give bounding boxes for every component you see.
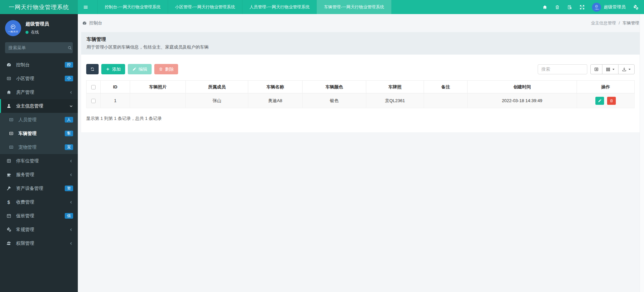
menu-search-input[interactable] [8,45,67,50]
col-remark: 备注 [424,81,468,93]
tab-console[interactable]: 控制台-一网天行物业管理系统 [97,0,168,14]
fullscreen-icon[interactable] [580,5,585,10]
menu-badge: 车 [65,131,73,136]
chevron-left-icon [69,159,73,163]
app-window: 一网天行物业管理系统 控制台-一网天行物业管理系统 小区管理-一网天行物业管理系… [0,0,644,292]
user-menu[interactable]: 一网天行 超级管理员 [592,3,626,12]
log-search-icon[interactable] [567,5,572,10]
sidebar-item-personnel[interactable]: 人员管理 人 [0,113,78,127]
building-icon [5,158,12,163]
search-icon[interactable] [67,46,72,50]
vehicles-table: ID 车辆照片 所属成员 车辆名称 车辆颜色 车牌照 备注 创建时间 操作 [86,80,635,108]
cup-icon [5,172,12,177]
table-row[interactable]: 1 张山 奥迪A8 银色 京QL2361 2022-03-18 14:39:49 [87,93,635,108]
sidebar-item-assets[interactable]: 资产设备管理 资 [0,181,78,195]
open-page-tabs: 控制台-一网天行物业管理系统 小区管理-一网天行物业管理系统 人员管理-一网天行… [97,0,391,14]
refresh-icon [90,67,95,71]
app-title: 一网天行物业管理系统 [0,0,78,14]
cell-member: 张山 [186,93,248,108]
main-content: 控制台 业主信息管理 / 车辆管理 车辆管理 用于管理小区里的车辆信息，包括业主… [78,14,644,292]
chevron-down-icon [69,104,73,108]
page-subtitle: 用于管理小区里的车辆信息，包括业主、家庭成员及租户的车辆 [87,44,634,50]
export-icon [622,67,627,72]
sidebar-item-duty[interactable]: 值班管理 值 [0,209,78,223]
menu-badge: 控 [65,62,73,68]
tab-personnel[interactable]: 人员管理-一网天行物业管理系统 [242,0,317,14]
breadcrumb-trail: 业主信息管理 / 车辆管理 [591,20,639,26]
columns-button[interactable] [602,64,619,74]
table-icon [5,76,12,81]
tab-community[interactable]: 小区管理-一网天行物业管理系统 [168,0,242,14]
menu-badge: 人 [65,117,73,123]
sidebar-item-fees[interactable]: $ 收费管理 [0,195,78,209]
row-delete-button[interactable] [607,97,616,105]
sidebar-item-console[interactable]: 控制台 控 [0,58,78,72]
export-button[interactable] [618,64,635,74]
col-actions: 操作 [577,81,635,93]
cell-vehicle-name: 奥迪A8 [248,93,303,108]
menu-badge: 资 [65,186,73,191]
user-name: 超级管理员 [604,4,626,10]
scrollbar-track[interactable] [640,14,644,292]
sidebar-item-property[interactable]: 房产管理 [0,85,78,99]
caret-down-icon [612,68,615,71]
trash-icon [609,99,613,103]
online-dot-icon [25,31,29,34]
tab-vehicle-active[interactable]: 车辆管理-一网天行物业管理系统 [317,0,391,14]
sidebar-toggle-button[interactable] [78,0,93,14]
col-member: 所属成员 [186,81,248,93]
sidebar-item-pet[interactable]: 宠物管理 宠 [0,140,78,154]
panel-header: 车辆管理 用于管理小区里的车辆信息，包括业主、家庭成员及租户的车辆 [81,32,640,55]
row-checkbox[interactable] [91,99,96,103]
menu-badge: 宠 [65,144,73,150]
sidebar-item-permissions[interactable]: 权限管理 [0,236,78,250]
breadcrumb-parent[interactable]: 业主信息管理 [591,20,616,26]
home-icon [5,90,12,95]
delete-button[interactable]: 删除 [154,64,178,74]
sidebar-item-parking[interactable]: 停车位管理 [0,154,78,168]
chevron-left-icon [69,228,73,232]
row-edit-button[interactable] [595,97,604,105]
sidebar-item-vehicle[interactable]: 车辆管理 车 [0,127,78,140]
cell-photo [130,93,186,108]
sidebar-item-community[interactable]: 小区管理 小 [0,72,78,85]
table-search-input[interactable] [538,64,587,74]
add-button[interactable]: 添加 [101,64,125,74]
settings-icon[interactable] [633,4,639,10]
panel-body: 添加 编辑 删除 [81,55,640,132]
users-icon [5,241,12,246]
edit-button[interactable]: 编辑 [128,64,152,74]
pencil-icon [132,67,137,71]
select-all-checkbox[interactable] [91,85,96,89]
top-navbar: 一网天行物业管理系统 控制台-一网天行物业管理系统 小区管理-一网天行物业管理系… [0,0,644,14]
chevron-left-icon [69,200,73,204]
sidebar-user-name: 超级管理员 [25,21,49,27]
sidebar-item-service[interactable]: 服务管理 [0,168,78,181]
sidebar-item-owner-info[interactable]: 业主信息管理 [0,99,78,113]
speedometer-icon [82,21,87,25]
trash-icon [159,67,163,71]
home-icon[interactable] [542,5,547,10]
calendar-icon [5,213,12,218]
sidebar-menu: 控制台 控 小区管理 小 房产管理 业主信息管理 人员管理 [0,58,78,250]
speedometer-icon [5,62,12,67]
hamburger-icon [83,5,88,10]
col-created: 创建时间 [468,81,577,93]
topbar-actions: 一网天行 超级管理员 [542,0,644,14]
refresh-button[interactable] [86,64,99,74]
trash-icon[interactable] [555,5,560,10]
owner-info-submenu: 人员管理 人 车辆管理 车 宠物管理 宠 [0,113,78,154]
vehicle-panel: 车辆管理 用于管理小区里的车辆信息，包括业主、家庭成员及租户的车辆 添加 编辑 [81,32,640,132]
cell-color: 银色 [303,93,366,108]
chevron-left-icon [69,173,73,177]
breadcrumb-console[interactable]: 控制台 [82,20,102,26]
breadcrumb-current: 车辆管理 [623,20,639,26]
toolbar-right [538,64,635,74]
cell-actions [577,93,635,108]
toggle-view-button[interactable] [590,64,602,74]
col-id: ID [101,81,130,93]
online-status: 在线 [25,29,49,35]
sidebar-item-general[interactable]: 常规管理 [0,223,78,236]
pencil-icon [598,99,602,103]
columns-grid-icon [606,67,610,72]
